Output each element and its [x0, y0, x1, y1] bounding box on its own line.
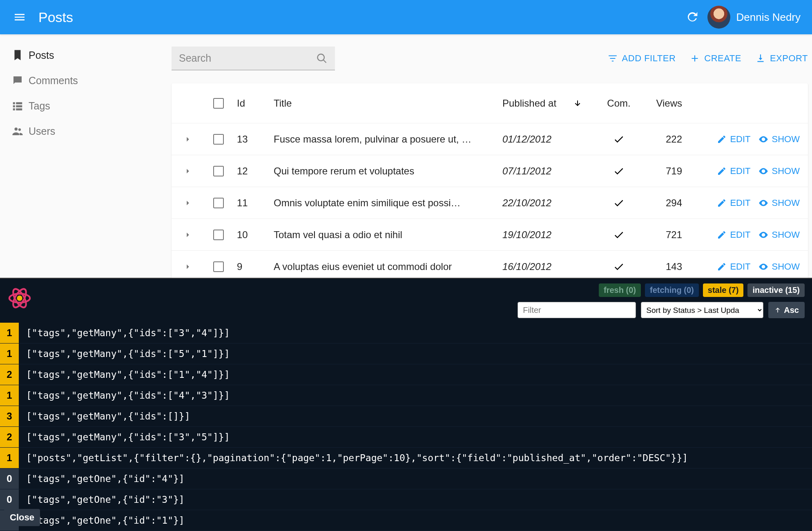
pencil-icon [717, 262, 727, 272]
cell-published: 19/10/2012 [498, 229, 596, 241]
col-id[interactable]: Id [233, 98, 270, 109]
cell-title: Qui tempore rerum et voluptates [270, 165, 498, 177]
menu-button[interactable] [11, 9, 28, 25]
chevron-right-icon [183, 230, 192, 239]
row-checkbox[interactable] [213, 166, 224, 176]
show-button[interactable]: SHOW [758, 198, 800, 208]
devtools-close-button[interactable]: Close [4, 509, 40, 526]
avatar[interactable] [707, 6, 730, 29]
query-key: ["tags","getOne",{"id":"4"}] [26, 473, 185, 484]
table-row[interactable]: 12Qui tempore rerum et voluptates07/11/2… [172, 155, 808, 187]
add-filter-button[interactable]: ADD FILTER [607, 53, 676, 64]
edit-button[interactable]: EDIT [717, 134, 750, 145]
show-button[interactable]: SHOW [758, 134, 800, 145]
table-header: Id Title Published at Com. Views [172, 83, 808, 123]
sidebar-item-posts[interactable]: Posts [0, 42, 155, 68]
query-row[interactable]: 1["posts","getList",{"filter":{},"pagina… [0, 448, 812, 469]
cell-views: 143 [641, 261, 694, 272]
eye-icon [758, 134, 769, 145]
edit-button[interactable]: EDIT [717, 230, 750, 240]
query-row[interactable]: 2["tags","getMany",{"ids":["1","4"]}] [0, 364, 812, 385]
cell-id: 10 [233, 229, 270, 241]
table-row[interactable]: 11Omnis voluptate enim similique est pos… [172, 187, 808, 219]
row-checkbox[interactable] [213, 198, 224, 208]
username: Dennis Nedry [736, 11, 801, 24]
chevron-right-icon [183, 135, 192, 144]
edit-button[interactable]: EDIT [717, 166, 750, 176]
query-row[interactable]: 3["tags","getMany",{"ids":[]}] [0, 406, 812, 427]
show-button[interactable]: SHOW [758, 166, 800, 176]
search-icon [316, 53, 328, 64]
button-label: ADD FILTER [622, 53, 676, 64]
col-title[interactable]: Title [270, 98, 498, 109]
query-observer-count: 0 [0, 469, 19, 489]
show-button[interactable]: SHOW [758, 230, 800, 240]
react-query-devtools: fresh (0) fetching (0) stale (7) inactiv… [0, 278, 812, 531]
cell-com [596, 165, 641, 177]
expand-button[interactable] [172, 199, 204, 207]
query-row[interactable]: 1["tags","getMany",{"ids":["5","1"]}] [0, 344, 812, 364]
create-button[interactable]: CREATE [689, 53, 741, 64]
search-field[interactable] [172, 47, 335, 70]
col-com[interactable]: Com. [596, 98, 641, 109]
query-observer-count: 1 [0, 323, 19, 343]
query-row[interactable]: 2["tags","getMany",{"ids":["3","5"]}] [0, 427, 812, 448]
refresh-button[interactable] [685, 9, 701, 25]
badge-fresh[interactable]: fresh (0) [599, 283, 641, 297]
check-icon [613, 261, 625, 272]
search-input[interactable] [179, 52, 316, 64]
sidebar: Posts Comments Tags Users [0, 34, 155, 144]
show-button[interactable]: SHOW [758, 261, 800, 272]
sidebar-item-tags[interactable]: Tags [0, 93, 155, 118]
pencil-icon [717, 166, 727, 176]
edit-button[interactable]: EDIT [717, 261, 750, 272]
chevron-right-icon [183, 167, 192, 176]
query-row[interactable]: 0["tags","getOne",{"id":"4"}] [0, 469, 812, 489]
query-key: ["tags","getMany",{"ids":["3","5"]}] [26, 432, 230, 442]
query-observer-count: 2 [0, 427, 19, 447]
col-published[interactable]: Published at [498, 98, 596, 109]
query-row[interactable]: 0["tags","getOne",{"id":"3"}] [0, 489, 812, 510]
cell-com [596, 134, 641, 145]
chevron-right-icon [183, 199, 192, 207]
query-key: ["posts","getList",{"filter":{},"paginat… [26, 453, 688, 463]
row-checkbox[interactable] [213, 134, 224, 145]
pencil-icon [717, 230, 727, 240]
sidebar-item-label: Comments [29, 75, 78, 87]
cell-com [596, 261, 641, 272]
badge-fetching[interactable]: fetching (0) [645, 283, 699, 297]
col-views[interactable]: Views [641, 98, 694, 109]
sidebar-item-users[interactable]: Users [0, 118, 155, 144]
badge-inactive[interactable]: inactive (15) [747, 283, 805, 297]
row-checkbox[interactable] [213, 261, 224, 272]
devtools-sort-select[interactable]: Sort by Status > Last Upda [641, 302, 763, 318]
sidebar-item-label: Users [29, 125, 55, 137]
badge-stale[interactable]: stale (7) [703, 283, 744, 297]
check-icon [613, 229, 625, 241]
expand-button[interactable] [172, 230, 204, 239]
devtools-asc-button[interactable]: Asc [768, 302, 805, 318]
export-button[interactable]: EXPORT [755, 53, 808, 64]
table-row[interactable]: 10Totam vel quasi a odio et nihil19/10/2… [172, 219, 808, 251]
cell-com [596, 229, 641, 241]
cell-views: 222 [641, 134, 694, 145]
select-all-checkbox[interactable] [213, 98, 224, 109]
row-checkbox[interactable] [213, 230, 224, 240]
check-icon [613, 134, 625, 145]
query-row[interactable]: 1["tags","getMany",{"ids":["3","4"]}] [0, 323, 812, 344]
filter-icon [607, 53, 618, 64]
query-row[interactable]: 1["tags","getMany",{"ids":["4","3"]}] [0, 385, 812, 406]
expand-button[interactable] [172, 262, 204, 271]
expand-button[interactable] [172, 167, 204, 176]
query-key: ["tags","getOne",{"id":"1"}] [26, 515, 185, 526]
sidebar-item-comments[interactable]: Comments [0, 68, 155, 93]
query-row[interactable]: 0["tags","getOne",{"id":"1"}] [0, 510, 812, 531]
edit-button[interactable]: EDIT [717, 198, 750, 208]
query-observer-count: 3 [0, 406, 19, 426]
expand-button[interactable] [172, 135, 204, 144]
table-row[interactable]: 13Fusce massa lorem, pulvinar a posuere … [172, 123, 808, 155]
query-observer-count: 1 [0, 385, 19, 406]
sidebar-item-label: Posts [29, 49, 54, 61]
devtools-filter-input[interactable] [518, 302, 636, 318]
check-icon [613, 165, 625, 177]
